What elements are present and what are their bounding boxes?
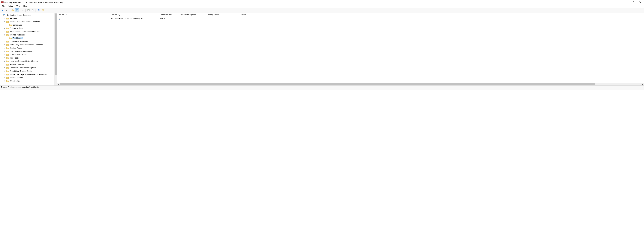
chevron-right-icon[interactable]: > [4, 63, 6, 66]
tree-item[interactable]: >Enterprise Trust [0, 27, 54, 30]
tree-item[interactable]: >Web Hosting [0, 79, 54, 83]
column-header[interactable]: Friendly Name [205, 13, 239, 17]
svg-rect-3 [633, 2, 634, 3]
close-button[interactable] [637, 0, 644, 4]
tree-item[interactable]: ∨Trusted Publishers [0, 33, 54, 36]
statusbar: Trusted Publishers store contains 1 cert… [0, 86, 644, 90]
chevron-right-icon[interactable]: > [4, 73, 6, 75]
help-button[interactable]: ? [36, 8, 40, 12]
scroll-left-icon[interactable]: ◄ [57, 83, 60, 86]
chevron-right-icon[interactable]: > [4, 80, 6, 82]
certificate-list[interactable]: Microsoft Root Certificate Authority 201… [57, 17, 644, 83]
chevron-right-icon[interactable]: > [4, 30, 6, 33]
tree-root[interactable]: Certificates - Local Computer [0, 13, 54, 17]
chevron-right-icon[interactable]: > [4, 77, 6, 79]
folder-icon [6, 44, 9, 46]
tree-item-label: Trusted People [9, 47, 23, 49]
maximize-button[interactable] [630, 0, 637, 4]
tree-item[interactable]: >Certificate Enrollment Requests [0, 66, 54, 69]
tree-item[interactable]: >Trusted Packaged App Installation Autho… [0, 73, 54, 76]
tree-item-label: Local NonRemovable Certificates [9, 60, 38, 62]
folder-icon [6, 67, 9, 69]
tree-scrollbar[interactable] [54, 13, 57, 86]
toolbar-separator [10, 9, 10, 12]
scroll-right-icon[interactable]: ► [642, 83, 644, 86]
column-header[interactable]: Issued By [110, 13, 158, 17]
chevron-right-icon[interactable]: > [4, 70, 6, 72]
copy-button[interactable] [21, 8, 24, 12]
tree-item[interactable]: Certificates [0, 36, 54, 40]
tree-item-label: Web Hosting [9, 80, 21, 82]
chevron-right-icon[interactable]: > [4, 47, 6, 49]
tree-item[interactable]: >Preview Build Roots [0, 53, 54, 56]
show-hide-tree-button[interactable] [15, 8, 19, 12]
menu-help[interactable]: Help [22, 5, 29, 7]
list-scrollbar[interactable]: ◄ ► [57, 83, 644, 86]
tree-item[interactable]: >Intermediate Certification Authorities [0, 30, 54, 33]
chevron-right-icon[interactable]: > [4, 50, 6, 52]
tree-item[interactable]: >Trusted Devices [0, 76, 54, 79]
properties-button[interactable] [41, 8, 45, 12]
column-header[interactable]: Status [239, 13, 251, 17]
folder-icon [6, 40, 9, 42]
tree-item[interactable]: >Personal [0, 17, 54, 20]
tree-item[interactable]: >Smart Card Trusted Roots [0, 69, 54, 73]
chevron-right-icon[interactable]: > [4, 44, 6, 46]
tree-item[interactable]: ∨Trusted Root Certification Authorities [0, 20, 54, 23]
chevron-right-icon[interactable]: > [4, 27, 6, 29]
folder-icon [6, 34, 9, 36]
column-label: Issued By [112, 14, 120, 16]
column-header[interactable]: ˄Issued To [57, 13, 110, 17]
tree-item-label: Trusted Publishers [9, 34, 26, 36]
app-icon [1, 1, 4, 3]
toolbar-separator [36, 9, 36, 12]
forward-button[interactable] [5, 8, 9, 12]
toolbar: ? [0, 8, 644, 13]
refresh-button[interactable] [26, 8, 30, 12]
column-header[interactable]: Intended Purposes [179, 13, 205, 17]
chevron-down-icon[interactable]: ∨ [4, 21, 6, 23]
chevron-right-icon[interactable]: > [4, 57, 6, 59]
folder-icon [6, 80, 9, 82]
tree-item[interactable]: >Client Authentication Issuers [0, 50, 54, 53]
chevron-right-icon[interactable]: > [4, 67, 6, 69]
menu-view[interactable]: View [15, 5, 22, 7]
folder-icon [6, 60, 9, 62]
certificate-row[interactable]: Microsoft Root Certificate Authority 201… [57, 17, 644, 20]
tree-item-label: Certificate Enrollment Requests [9, 67, 36, 69]
menu-file[interactable]: File [0, 5, 6, 7]
column-header[interactable]: Expiration Date [158, 13, 179, 17]
menubar: File Action View Help [0, 4, 644, 8]
titlebar: certlm - [Certificates - Local Computer\… [0, 0, 644, 4]
tree-item-label: Client Authentication Issuers [9, 50, 34, 52]
tree-item[interactable]: >Test Roots [0, 56, 54, 60]
tree-item-label: Certificates [12, 24, 23, 26]
folder-icon [9, 37, 12, 39]
chevron-right-icon[interactable]: > [4, 17, 6, 19]
tree-item[interactable]: >Trusted People [0, 46, 54, 50]
tree-item-label: Trusted Root Certification Authorities [9, 21, 41, 23]
chevron-down-icon[interactable]: ∨ [4, 34, 6, 36]
tree-item[interactable]: >Remote Desktop [0, 63, 54, 66]
tree-item[interactable]: >Untrusted Certificates [0, 40, 54, 43]
svg-rect-7 [16, 9, 18, 11]
back-button[interactable] [0, 8, 4, 12]
tree-item[interactable]: Certificates [0, 23, 54, 27]
svg-rect-6 [12, 10, 14, 11]
minimize-button[interactable] [623, 0, 630, 4]
mmc-window: certlm - [Certificates - Local Computer\… [0, 0, 644, 90]
chevron-right-icon[interactable]: > [4, 60, 6, 62]
tree-item[interactable]: >Third-Party Root Certification Authorit… [0, 43, 54, 46]
up-button[interactable] [11, 8, 14, 12]
cert-store-icon [3, 14, 6, 16]
tree-item[interactable]: >Local NonRemovable Certificates [0, 60, 54, 63]
tree-item-label: Third-Party Root Certification Authoriti… [9, 44, 44, 46]
menu-action[interactable]: Action [6, 5, 15, 7]
chevron-right-icon[interactable]: > [4, 54, 6, 56]
chevron-right-icon[interactable]: > [4, 40, 6, 42]
folder-icon [6, 27, 9, 29]
folder-icon [6, 57, 9, 59]
certificate-tree[interactable]: Certificates - Local Computer>Personal∨T… [0, 13, 54, 83]
export-button[interactable] [31, 8, 35, 12]
window-title: certlm - [Certificates - Local Computer\… [4, 1, 62, 3]
